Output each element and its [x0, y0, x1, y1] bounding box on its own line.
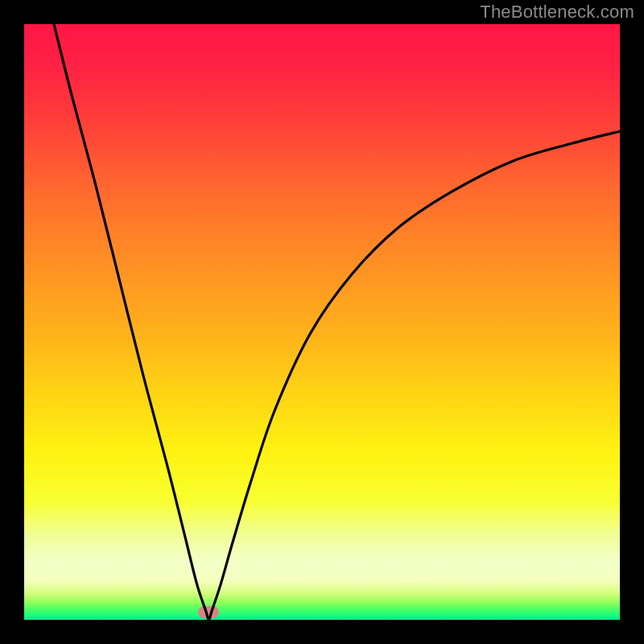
- attribution-label: TheBottleneck.com: [480, 2, 634, 23]
- chart-stage: TheBottleneck.com: [0, 0, 644, 644]
- bottleneck-curve: [24, 24, 620, 620]
- curve-path: [54, 24, 620, 620]
- plot-area: [24, 24, 620, 620]
